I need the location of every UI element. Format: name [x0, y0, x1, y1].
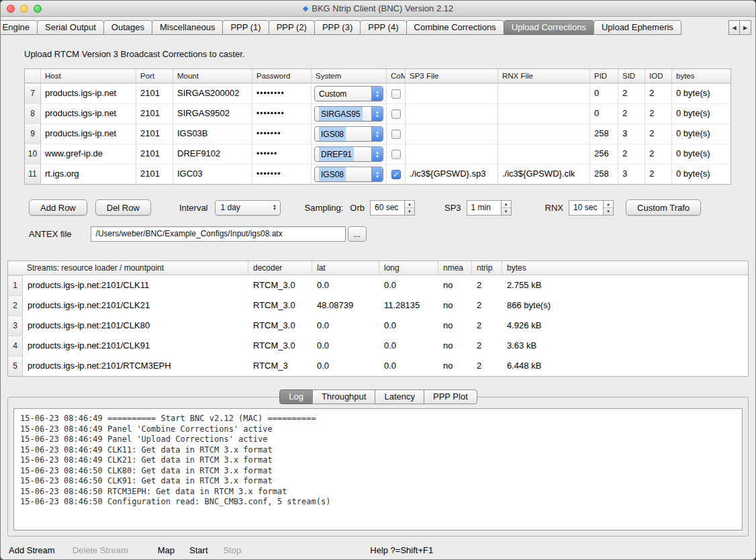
cell-port[interactable]: 2101	[136, 83, 173, 103]
cell-sid[interactable]: 2	[618, 83, 645, 103]
system-combobox[interactable]: IGS08 ▲▼	[314, 167, 383, 182]
col-header-system[interactable]: System	[312, 69, 387, 83]
col-header-ntrip[interactable]: ntrip	[472, 261, 502, 275]
cell-host[interactable]: rt.igs.org	[41, 164, 136, 184]
zoom-window-button[interactable]	[34, 5, 42, 13]
cell-pid[interactable]: 256	[590, 144, 618, 164]
spinner-stepper-icon[interactable]: ▲▼	[502, 200, 512, 216]
cell-pid[interactable]: 258	[590, 164, 618, 184]
com-checkbox[interactable]	[391, 150, 401, 159]
col-header-mount[interactable]: Mount	[173, 69, 252, 83]
upload-row[interactable]: 7 products.igs-ip.net 2101 SIRGAS200002 …	[25, 83, 730, 103]
stream-row[interactable]: 5 products.igs-ip.net:2101/RTCM3EPH RTCM…	[8, 356, 748, 376]
upload-row[interactable]: 9 products.igs-ip.net 2101 IGS03B ••••••…	[25, 124, 730, 144]
col-header-host[interactable]: Host	[41, 69, 136, 83]
cell-mountpoint[interactable]: products.igs-ip.net:2101/RTCM3EPH	[23, 356, 248, 376]
tab-combine-corrections[interactable]: Combine Corrections	[406, 20, 504, 35]
cell-iod[interactable]: 2	[645, 83, 672, 103]
tab-outages[interactable]: Outages	[103, 20, 152, 35]
cell-sid[interactable]: 2	[618, 103, 645, 124]
sp3-spinner[interactable]: 1 min ▲▼	[467, 200, 512, 216]
upload-row[interactable]: 11 rt.igs.org 2101 IGC03 ••••••• IGS08 ▲…	[25, 164, 730, 184]
cell-iod[interactable]: 2	[645, 164, 672, 184]
cell-pid[interactable]: 258	[590, 124, 618, 144]
cell-password[interactable]: ••••••••	[252, 83, 312, 103]
custom-trafo-button[interactable]: Custom Trafo	[626, 199, 701, 216]
system-combobox[interactable]: SIRGAS95 ▲▼	[314, 106, 383, 122]
system-combobox[interactable]: Custom ▲▼	[314, 86, 383, 101]
col-header-port[interactable]: Port	[136, 69, 173, 83]
cell-host[interactable]: products.igs-ip.net	[41, 83, 136, 103]
cell-password[interactable]: ••••••••	[252, 103, 312, 124]
cell-sid[interactable]: 3	[618, 164, 645, 184]
cell-sp3-file[interactable]	[406, 124, 498, 144]
cell-rnx-file[interactable]	[498, 144, 590, 164]
sp3-value[interactable]: 1 min	[467, 200, 502, 216]
tab-ppp-4[interactable]: PPP (4)	[360, 20, 406, 35]
tab-latency[interactable]: Latency	[375, 389, 424, 404]
tab-throughput[interactable]: Throughput	[312, 389, 376, 404]
col-header-rnx[interactable]: RNX File	[498, 69, 590, 83]
tab-miscellaneous[interactable]: Miscellaneous	[152, 20, 223, 35]
col-header-streams[interactable]: Streams: resource loader / mountpoint	[8, 261, 248, 275]
col-header-pid[interactable]: PID	[590, 69, 618, 83]
close-window-button[interactable]	[7, 5, 15, 13]
tab-serial-output[interactable]: Serial Output	[37, 20, 104, 35]
tab-feed-engine[interactable]: i Engine	[1, 20, 38, 35]
stream-row[interactable]: 3 products.igs-ip.net:2101/CLK80 RTCM_3.…	[8, 316, 748, 336]
spinner-stepper-icon[interactable]: ▲▼	[405, 200, 415, 216]
cell-sp3-file[interactable]	[406, 103, 498, 124]
tab-scroll-right-icon[interactable]: ▶	[740, 20, 751, 35]
tab-upload-ephemeris[interactable]: Upload Ephemeris	[594, 20, 681, 35]
com-checkbox[interactable]	[391, 89, 401, 99]
col-header-bytes[interactable]: bytes	[672, 69, 730, 83]
cell-rnx-file[interactable]	[498, 103, 590, 124]
system-combobox[interactable]: DREF91 ▲▼	[314, 146, 383, 162]
cell-pid[interactable]: 0	[590, 83, 618, 103]
cell-password[interactable]: •••••••	[252, 124, 312, 144]
stream-row[interactable]: 1 products.igs-ip.net:2101/CLK11 RTCM_3.…	[8, 275, 748, 295]
tab-ppp-2[interactable]: PPP (2)	[269, 20, 315, 35]
spinner-stepper-icon[interactable]: ▲▼	[604, 200, 614, 216]
cell-pid[interactable]: 0	[590, 103, 618, 124]
cell-password[interactable]: ••••••	[252, 144, 312, 164]
col-header-decoder[interactable]: decoder	[248, 261, 312, 275]
cell-sp3-file[interactable]: ./ic3${GPSWD}.sp3	[406, 164, 498, 184]
map-button[interactable]: Map	[158, 545, 175, 555]
com-checkbox[interactable]: ✓	[391, 170, 401, 179]
tab-ppp-3[interactable]: PPP (3)	[314, 20, 361, 35]
col-header-bytes[interactable]: bytes	[502, 261, 748, 275]
col-header-iod[interactable]: IOD	[645, 69, 672, 83]
cell-password[interactable]: •••••••	[252, 164, 312, 184]
tab-ppp-plot[interactable]: PPP Plot	[424, 389, 477, 404]
log-output[interactable]: 15-06-23 08:46:49 ========== Start BNC v…	[13, 408, 743, 530]
cell-sid[interactable]: 2	[618, 144, 645, 164]
rnx-spinner[interactable]: 10 sec ▲▼	[569, 200, 614, 216]
col-header-sp3[interactable]: SP3 File	[406, 69, 498, 83]
stop-button[interactable]: Stop	[224, 545, 242, 555]
col-header-long[interactable]: long	[379, 261, 438, 275]
cell-sp3-file[interactable]	[406, 83, 498, 103]
col-header-lat[interactable]: lat	[312, 261, 379, 275]
system-combobox[interactable]: IGS08 ▲▼	[314, 126, 383, 142]
cell-port[interactable]: 2101	[136, 144, 173, 164]
interval-combobox[interactable]: 1 day ▲▼	[215, 200, 281, 216]
orb-spinner[interactable]: 60 sec ▲▼	[370, 200, 415, 216]
cell-mount[interactable]: DREF9102	[173, 144, 252, 164]
cell-mount[interactable]: IGS03B	[173, 124, 252, 144]
cell-mount[interactable]: SIRGAS200002	[173, 83, 252, 103]
cell-host[interactable]: products.igs-ip.net	[41, 103, 136, 124]
cell-mount[interactable]: IGC03	[173, 164, 252, 184]
cell-mountpoint[interactable]: products.igs-ip.net:2101/CLK80	[23, 316, 248, 336]
cell-port[interactable]: 2101	[136, 124, 173, 144]
minimize-window-button[interactable]	[20, 5, 28, 13]
col-header-password[interactable]: Password	[252, 69, 312, 83]
start-button[interactable]: Start	[189, 545, 207, 555]
del-row-button[interactable]: Del Row	[95, 199, 151, 216]
cell-host[interactable]: www.gref-ip.de	[41, 144, 136, 164]
com-checkbox[interactable]	[391, 130, 401, 139]
add-row-button[interactable]: Add Row	[29, 199, 87, 216]
cell-iod[interactable]: 2	[645, 124, 672, 144]
tab-ppp-1[interactable]: PPP (1)	[222, 20, 269, 35]
cell-sid[interactable]: 3	[618, 124, 645, 144]
